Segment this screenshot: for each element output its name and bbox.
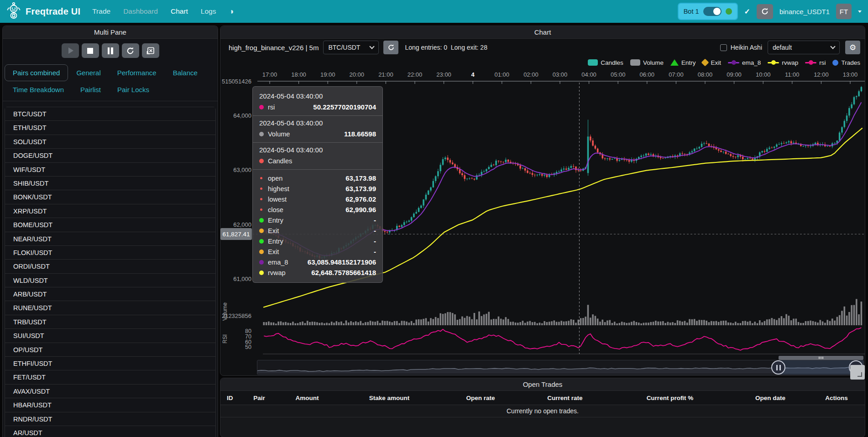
column-pair[interactable]: Pair xyxy=(243,395,275,401)
datazoom-grip[interactable] xyxy=(779,356,863,360)
refresh-button[interactable] xyxy=(122,43,139,58)
svg-text:63,000: 63,000 xyxy=(233,166,251,173)
pair-list-item-ethfi[interactable]: ETHFI/USDT xyxy=(5,357,215,370)
bot-name: Bot 1 xyxy=(684,8,699,15)
pair-list-item-op[interactable]: OP/USDT xyxy=(5,343,215,357)
legend-item-ema_8[interactable]: ema_8 xyxy=(728,59,761,66)
nav-link-chart[interactable]: Chart xyxy=(171,7,188,16)
tab-pairs-combined[interactable]: Pairs combined xyxy=(5,64,68,81)
open-trades-header-row: IDPairAmountStake amountOpen rateCurrent… xyxy=(220,391,865,405)
plot-config-select[interactable]: default xyxy=(768,41,840,54)
plot-settings-button[interactable]: ⚙ xyxy=(845,41,860,54)
legend-item-volume[interactable]: Volume xyxy=(630,59,664,66)
heikin-ashi-checkbox[interactable] xyxy=(720,44,727,51)
pair-list-item-xrp[interactable]: XRP/USDT xyxy=(5,204,215,218)
column-current-profit-[interactable]: Current profit % xyxy=(608,395,732,401)
pause-button[interactable] xyxy=(102,43,119,58)
legend-item-rsi[interactable]: rsi xyxy=(805,59,826,66)
pair-select[interactable]: BTC/USDT xyxy=(323,41,379,54)
datazoom-slider[interactable] xyxy=(257,360,864,375)
tab-general[interactable]: General xyxy=(68,64,109,81)
pair-list-item-ordi[interactable]: ORDI/USDT xyxy=(5,260,215,273)
pair-list-item-rune[interactable]: RUNE/USDT xyxy=(5,301,215,315)
chart-panel: Chart high_frog_binance_v226 | 5m BTC/US… xyxy=(220,26,865,376)
nav-link-trade[interactable]: Trade xyxy=(92,7,110,16)
pair-list-item-fet[interactable]: FET/USDT xyxy=(5,370,215,384)
chevron-down-icon[interactable] xyxy=(858,10,862,13)
tab-balance[interactable]: Balance xyxy=(165,64,206,81)
nav-link-logs[interactable]: Logs xyxy=(201,7,216,16)
pair-list-item-floki[interactable]: FLOKI/USDT xyxy=(5,246,215,260)
legend-label: Candles xyxy=(601,59,623,66)
legend-item-rvwap[interactable]: rvwap xyxy=(768,59,798,66)
navbar: Freqtrade UI TradeDashboardChartLogs ◑ B… xyxy=(0,0,868,23)
stop-button[interactable] xyxy=(82,43,99,58)
pair-list-item-wif[interactable]: WIF/USDT xyxy=(5,163,215,177)
pair-list-item-ar[interactable]: AR/USDT xyxy=(5,426,215,437)
tab-performance[interactable]: Performance xyxy=(109,64,165,81)
refresh-icon xyxy=(126,47,135,55)
legend-label: rsi xyxy=(819,59,826,66)
check-icon: ✓ xyxy=(744,7,750,16)
pair-list-item-wld[interactable]: WLD/USDT xyxy=(5,274,215,287)
pair-list-item-shib[interactable]: SHIB/USDT xyxy=(5,177,215,190)
pair-list-item-eth[interactable]: ETH/USDT xyxy=(5,121,215,135)
pair-list-item-bonk[interactable]: BONK/USDT xyxy=(5,190,215,204)
pair-list-item-bome[interactable]: BOME/USDT xyxy=(5,218,215,232)
pair-list-item-avax[interactable]: AVAX/USDT xyxy=(5,385,215,398)
legend-item-entry[interactable]: Entry xyxy=(670,59,696,66)
column-stake-amount[interactable]: Stake amount xyxy=(339,395,439,401)
freqtrade-robot-logo-icon xyxy=(6,2,21,21)
bot-toggle[interactable] xyxy=(703,7,722,16)
datazoom-left-handle[interactable] xyxy=(771,360,785,375)
svg-text:10:00: 10:00 xyxy=(756,71,771,78)
tab-pairlist[interactable]: Pairlist xyxy=(72,81,109,98)
legend-label: ema_8 xyxy=(742,59,761,66)
axis-pointer-price-label: 61,827.41 xyxy=(220,228,252,240)
chart-refresh-button[interactable] xyxy=(383,41,398,54)
avatar[interactable]: FT xyxy=(836,4,852,19)
pair-list-item-hbar[interactable]: HBAR/USDT xyxy=(5,398,215,412)
tab-time-breakdown[interactable]: Time Breakdown xyxy=(5,81,72,98)
pair-list-item-btc[interactable]: BTC/USDT xyxy=(5,107,215,121)
legend-item-trades[interactable]: Trades xyxy=(832,59,860,66)
clear-chart-button[interactable] xyxy=(142,43,159,58)
pair-list-item-trb[interactable]: TRB/USDT xyxy=(5,315,215,329)
bot-selector-chip[interactable]: Bot 1 xyxy=(678,3,738,20)
svg-text:12:00: 12:00 xyxy=(814,71,829,78)
column-actions[interactable]: Actions xyxy=(809,395,864,401)
svg-text:Volume: Volume xyxy=(222,302,228,321)
column-current-rate[interactable]: Current rate xyxy=(522,395,608,401)
legend-item-candles[interactable]: Candles xyxy=(588,59,623,66)
pair-list-item-rndr[interactable]: RNDR/USDT xyxy=(5,412,215,426)
exit-diamond-icon xyxy=(701,59,709,67)
resize-grip[interactable] xyxy=(850,365,865,380)
play-button[interactable] xyxy=(62,43,79,58)
tab-pair-locks[interactable]: Pair Locks xyxy=(109,81,157,98)
chart-canvas[interactable]: 17:0018:0019:0020:0021:0022:0023:00401:0… xyxy=(220,69,865,376)
pair-list-item-arb[interactable]: ARB/USDT xyxy=(5,287,215,301)
pair-list-item-sui[interactable]: SUI/USDT xyxy=(5,329,215,343)
stop-icon xyxy=(87,48,93,54)
legend-label: Exit xyxy=(711,59,721,66)
column-open-rate[interactable]: Open rate xyxy=(439,395,522,401)
svg-text:09:00: 09:00 xyxy=(727,71,742,78)
nav-link-dashboard[interactable]: Dashboard xyxy=(123,7,158,16)
legend-label: Trades xyxy=(841,59,860,66)
plot-config-value: default xyxy=(773,44,792,51)
global-refresh-button[interactable] xyxy=(757,4,773,19)
column-amount[interactable]: Amount xyxy=(275,395,339,401)
open-trades-empty-message: Currently no open trades. xyxy=(220,405,865,417)
account-name: binance_USDT1 xyxy=(779,8,830,16)
svg-text:64,000: 64,000 xyxy=(233,112,251,119)
pair-list-item-near[interactable]: NEAR/USDT xyxy=(5,232,215,246)
column-id[interactable]: ID xyxy=(220,395,243,401)
svg-text:11:00: 11:00 xyxy=(785,71,800,78)
legend-item-exit[interactable]: Exit xyxy=(702,59,721,66)
column-open-date[interactable]: Open date xyxy=(732,395,809,401)
theme-toggle-icon[interactable]: ◑ xyxy=(229,7,234,16)
pair-list-item-doge[interactable]: DOGE/USDT xyxy=(5,149,215,162)
pair-list-item-sol[interactable]: SOL/USDT xyxy=(5,135,215,149)
pair-list: BTC/USDTETH/USDTSOL/USDTDOGE/USDTWIF/USD… xyxy=(5,107,216,437)
legend-label: Volume xyxy=(643,59,664,66)
